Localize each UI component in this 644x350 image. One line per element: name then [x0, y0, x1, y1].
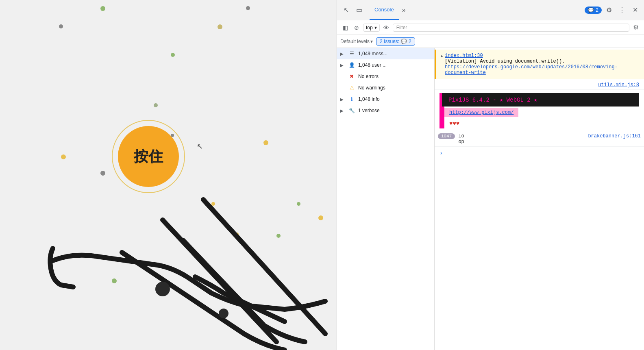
expand-icon-2: ▶ — [340, 63, 345, 67]
console-content: ▶ index.html:30 [Violation] Avoid using … — [435, 48, 644, 350]
issues-count-badge[interactable]: 2 Issues: 💬 2 — [376, 37, 415, 46]
sidebar-item-all[interactable]: ▶ ☰ 1,049 mess... — [337, 48, 434, 59]
console-sidebar: ▶ ☰ 1,049 mess... ▶ 👤 1,048 user ... ▶ ✖… — [337, 48, 435, 350]
dot-6 — [154, 103, 158, 107]
sidebar-label-warnings: No warnings — [358, 85, 431, 91]
more-tabs-icon[interactable]: » — [400, 7, 407, 14]
pixi-url-link[interactable]: http://www.pixijs.com/ — [449, 110, 513, 115]
filter-input[interactable] — [393, 24, 629, 32]
expand-icon-1: ▶ — [340, 52, 345, 56]
violation-message: ▶ index.html:30 [Violation] Avoid using … — [435, 50, 644, 79]
pixi-black-box: PixiJS 6.4.2 - ★ WebGL 2 ★ — [442, 93, 639, 107]
error-icon: ✖ — [348, 73, 355, 80]
filter-settings-icon[interactable]: ⚙ — [631, 23, 641, 33]
sidebar-item-warnings[interactable]: ▶ ⚠ No warnings — [337, 82, 434, 93]
sidebar-label-errors: No errors — [358, 74, 431, 79]
sidebar-item-info[interactable]: ▶ ℹ 1,048 info — [337, 93, 434, 105]
violation-doc-link[interactable]: https://developers.google.com/web/update… — [445, 64, 618, 76]
log-source-link[interactable]: brakebanner.js:161 — [588, 133, 641, 139]
expand-icon-6: ▶ — [340, 109, 345, 113]
user-icon: 👤 — [348, 62, 355, 68]
pixi-url[interactable]: http://www.pixijs.com/ — [444, 108, 518, 117]
context-label: top — [366, 25, 373, 30]
sidebar-label-all: 1,049 mess... — [358, 51, 431, 57]
device-icon[interactable]: ▭ — [353, 4, 365, 16]
utils-source-link[interactable]: utils.min.js:8 — [598, 82, 639, 88]
sidebar-label-user: 1,048 user ... — [358, 62, 431, 68]
more-options-icon[interactable]: ⋮ — [616, 4, 628, 16]
sidebar-item-user[interactable]: ▶ 👤 1,048 user ... — [337, 59, 434, 71]
bike-graphic — [41, 139, 337, 350]
info-icon: ℹ — [348, 96, 355, 102]
collapse-sidebar-icon[interactable]: ◧ — [340, 23, 350, 33]
tab-console[interactable]: Console — [370, 0, 399, 20]
dropdown-arrow-icon: ▾ — [374, 25, 377, 30]
chat-icon-small: 💬 — [401, 39, 407, 44]
issues-label: 2 Issues: — [380, 39, 399, 44]
default-levels-label: Default levels — [340, 39, 370, 44]
dot-1 — [59, 24, 63, 28]
svg-point-0 — [155, 282, 170, 296]
log-text: loop — [458, 133, 464, 145]
dot-4 — [246, 6, 250, 10]
svg-point-1 — [219, 309, 228, 318]
webpage-panel: 按住 ↖ — [0, 0, 337, 350]
issues-count: 2 — [409, 39, 411, 44]
console-main: ▶ ☰ 1,049 mess... ▶ 👤 1,048 user ... ▶ ✖… — [337, 48, 644, 350]
warning-icon: ⚠ — [348, 85, 355, 91]
sidebar-label-info: 1,048 info — [358, 96, 431, 102]
verbose-icon: 🔧 — [348, 107, 355, 114]
eye-icon[interactable]: 👁 — [381, 23, 391, 33]
issues-badge-header[interactable]: 💬 2 — [585, 7, 602, 14]
levels-arrow-icon: ▾ — [370, 39, 373, 44]
pixi-banner: PixiJS 6.4.2 - ★ WebGL 2 ★ http://www.pi… — [439, 93, 639, 128]
devtools-header: ↖ ▭ Console » 💬 2 ⚙ ⋮ ✕ — [337, 0, 644, 20]
console-prompt[interactable]: › — [435, 147, 644, 160]
dot-5 — [171, 53, 175, 57]
console-toolbar: ◧ ⊘ top ▾ 👁 ⚙ — [337, 20, 644, 35]
violation-text: [Violation] Avoid using document.write()… — [445, 59, 565, 64]
close-icon[interactable]: ✕ — [629, 4, 641, 16]
log-count-badge: 1047 — [438, 133, 455, 139]
dot-2 — [100, 6, 105, 11]
default-levels-selector[interactable]: Default levels ▾ — [340, 39, 373, 44]
utils-source-line: utils.min.js:8 — [435, 80, 644, 90]
pixi-text: PixiJS 6.4.2 - ★ WebGL 2 ★ — [448, 97, 537, 103]
expand-triangle-icon[interactable]: ▶ — [441, 54, 443, 59]
expand-icon-5: ▶ — [340, 97, 345, 102]
settings-icon[interactable]: ⚙ — [603, 4, 615, 16]
dot-3 — [218, 24, 222, 29]
pixi-hearts: ♥♥♥ — [444, 119, 464, 128]
sidebar-label-verbose: 1 verbose — [358, 108, 431, 113]
badge-count: 2 — [596, 7, 598, 13]
chat-icon: 💬 — [588, 7, 594, 13]
log-entry-1047: 1047 loop brakebanner.js:161 — [435, 132, 644, 147]
prompt-arrow-icon: › — [439, 150, 443, 157]
devtools-panel: ↖ ▭ Console » 💬 2 ⚙ ⋮ ✕ ◧ ⊘ top ▾ 👁 ⚙ De… — [337, 0, 644, 350]
sidebar-item-errors[interactable]: ▶ ✖ No errors — [337, 71, 434, 82]
inspect-icon[interactable]: ↖ — [340, 4, 352, 16]
violation-source-link[interactable]: index.html:30 — [445, 53, 483, 59]
list-icon: ☰ — [348, 50, 355, 57]
sidebar-item-verbose[interactable]: ▶ 🔧 1 verbose — [337, 105, 434, 116]
console-toolbar2: Default levels ▾ 2 Issues: 💬 2 — [337, 35, 644, 48]
no-entry-icon[interactable]: ⊘ — [352, 23, 361, 33]
context-selector[interactable]: top ▾ — [363, 24, 380, 32]
